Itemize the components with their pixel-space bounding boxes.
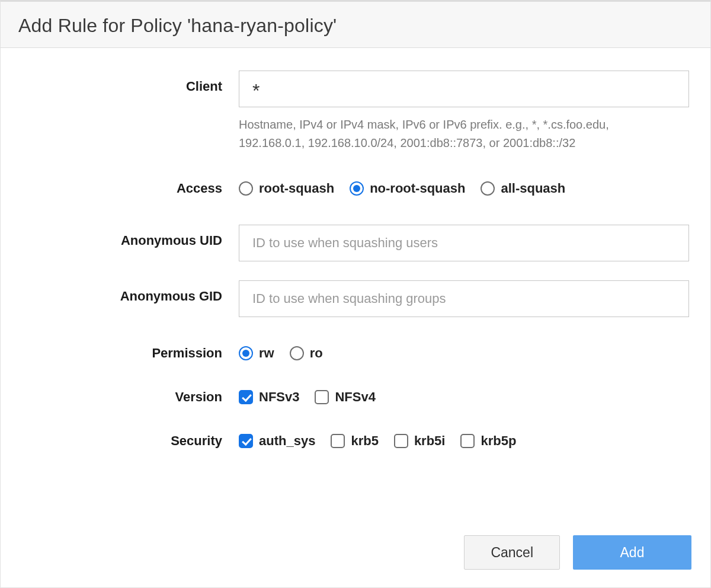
security-checkbox-auth_sys[interactable] [239, 434, 253, 448]
label-version: Version [20, 389, 239, 405]
security-checkbox-label: krb5p [481, 433, 516, 449]
permission-radio-rw[interactable] [239, 346, 253, 360]
label-anon-gid: Anonymous GID [20, 280, 239, 304]
security-checkbox-krb5[interactable] [331, 434, 345, 448]
dialog-title: Add Rule for Policy 'hana-ryan-policy' [18, 15, 693, 37]
permission-option-rw[interactable]: rw [239, 346, 274, 361]
dialog-body: Client Hostname, IPv4 or IPv4 mask, IPv6… [1, 48, 710, 535]
client-hint: Hostname, IPv4 or IPv4 mask, IPv6 or IPv… [239, 116, 677, 152]
access-radio-label: root-squash [259, 181, 334, 196]
security-checkbox-label: krb5 [351, 433, 378, 449]
version-option-nfsv3[interactable]: NFSv3 [239, 389, 299, 405]
version-checkbox-nfsv3[interactable] [239, 390, 253, 404]
security-checkbox-label: auth_sys [259, 433, 315, 449]
row-permission: Permission rw ro [20, 346, 691, 361]
cancel-button[interactable]: Cancel [464, 535, 560, 570]
label-anon-uid: Anonymous UID [20, 225, 239, 248]
version-option-nfsv4[interactable]: NFSv4 [315, 389, 375, 405]
label-client: Client [20, 71, 239, 94]
permission-radio-label: rw [259, 346, 274, 361]
label-security: Security [20, 433, 239, 449]
security-checkbox-krb5p[interactable] [460, 434, 475, 448]
row-access: Access root-squash no-root-squash all-sq… [20, 181, 691, 196]
access-option-root-squash[interactable]: root-squash [239, 181, 334, 196]
label-permission: Permission [20, 346, 239, 361]
anon-uid-input[interactable] [239, 225, 689, 261]
row-security: Security auth_sys krb5 krb5i krb5p [20, 433, 691, 449]
version-checkbox-nfsv4[interactable] [315, 390, 329, 404]
version-checkbox-label: NFSv4 [335, 389, 375, 405]
dialog-header: Add Rule for Policy 'hana-ryan-policy' [1, 2, 710, 48]
row-client: Client Hostname, IPv4 or IPv4 mask, IPv6… [20, 71, 691, 152]
version-checkbox-label: NFSv3 [259, 389, 299, 405]
permission-radio-ro[interactable] [290, 346, 304, 360]
security-option-krb5[interactable]: krb5 [331, 433, 378, 449]
access-radio-label: all-squash [501, 181, 565, 196]
security-option-auth_sys[interactable]: auth_sys [239, 433, 315, 449]
security-checkbox-label: krb5i [414, 433, 446, 449]
row-version: Version NFSv3 NFSv4 [20, 389, 691, 405]
access-option-no-root-squash[interactable]: no-root-squash [350, 181, 465, 196]
dialog: Add Rule for Policy 'hana-ryan-policy' C… [0, 0, 711, 588]
access-radio-no-root-squash[interactable] [350, 181, 364, 196]
anon-gid-input[interactable] [239, 280, 689, 317]
permission-radio-label: ro [310, 346, 323, 361]
label-access: Access [20, 181, 239, 196]
security-checkbox-krb5i[interactable] [394, 434, 408, 448]
security-option-krb5i[interactable]: krb5i [394, 433, 446, 449]
permission-option-ro[interactable]: ro [290, 346, 323, 361]
add-button[interactable]: Add [573, 535, 691, 570]
row-anon-gid: Anonymous GID [20, 280, 691, 317]
client-input[interactable] [239, 71, 689, 107]
access-radio-label: no-root-squash [370, 181, 465, 196]
row-anon-uid: Anonymous UID [20, 225, 691, 261]
dialog-footer: Cancel Add [1, 535, 710, 587]
access-radio-all-squash[interactable] [481, 181, 495, 196]
access-option-all-squash[interactable]: all-squash [481, 181, 565, 196]
security-option-krb5p[interactable]: krb5p [460, 433, 516, 449]
access-radio-root-squash[interactable] [239, 181, 253, 196]
